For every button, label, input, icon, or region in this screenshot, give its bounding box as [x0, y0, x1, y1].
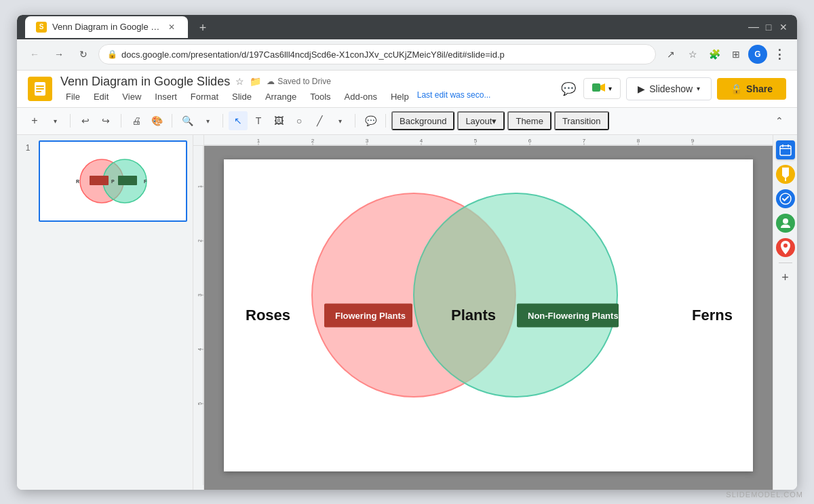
venn-labels-overlay: Roses Flowering Plants Plants Non-Flower…: [224, 159, 753, 471]
svg-text:F: F: [144, 179, 147, 184]
vertical-ruler: 1 2 3 4 5: [193, 146, 204, 490]
line-tool[interactable]: ╱: [310, 111, 329, 130]
folder-icon[interactable]: 📁: [250, 76, 261, 87]
toolbar-format-group: 🖨 🎨: [127, 111, 166, 130]
app-title: Venn Diagram in Google Slides: [60, 75, 230, 89]
address-bar: ← → ↻ 🔒 docs.google.com/presentation/d/1…: [17, 39, 797, 71]
roses-label: Roses: [246, 307, 290, 324]
svg-text:3: 3: [197, 293, 202, 296]
comment-tool[interactable]: 💬: [361, 111, 380, 130]
url-bar[interactable]: 🔒 docs.google.com/presentation/d/197Cas6…: [98, 44, 656, 64]
tasks-button[interactable]: [776, 189, 795, 208]
back-button[interactable]: ←: [25, 45, 44, 64]
bookmark-icon[interactable]: ☆: [683, 45, 702, 64]
undo-button[interactable]: ↩: [76, 111, 95, 130]
non-flowering-plants-tag[interactable]: Non-Flowering Plants: [517, 303, 619, 327]
zoom-button[interactable]: 🔍: [178, 111, 197, 130]
share-page-icon[interactable]: ↗: [661, 45, 680, 64]
toolbar-divider-1: [70, 114, 71, 128]
svg-text:9: 9: [691, 138, 695, 144]
print-button[interactable]: 🖨: [127, 111, 146, 130]
ferns-label: Ferns: [692, 307, 733, 324]
text-box-tool[interactable]: T: [249, 111, 268, 130]
transition-button[interactable]: Transition: [554, 111, 609, 130]
minimize-button[interactable]: —: [748, 22, 759, 33]
svg-rect-3: [36, 91, 41, 92]
contacts-button[interactable]: [776, 214, 795, 233]
slideshow-button[interactable]: ▶ Slideshow ▾: [626, 77, 712, 100]
menu-insert[interactable]: Insert: [149, 90, 182, 103]
forward-button[interactable]: →: [50, 45, 69, 64]
maximize-button[interactable]: □: [763, 22, 774, 33]
theme-button[interactable]: Theme: [507, 111, 551, 130]
slide-thumbnail[interactable]: R P F: [39, 140, 187, 222]
svg-rect-1: [36, 85, 44, 87]
refresh-button[interactable]: ↻: [74, 45, 93, 64]
extension-icon[interactable]: 🧩: [705, 45, 724, 64]
cloud-icon: ☁: [267, 77, 275, 86]
menu-edit[interactable]: Edit: [88, 90, 114, 103]
meet-dropdown-icon: ▾: [608, 85, 612, 92]
image-tool[interactable]: 🖼: [269, 111, 288, 130]
comments-icon[interactable]: 💬: [559, 79, 578, 98]
menu-help[interactable]: Help: [385, 90, 414, 103]
flowering-plants-tag[interactable]: Flowering Plants: [324, 303, 412, 327]
menu-addons[interactable]: Add-ons: [339, 90, 383, 103]
layout-button[interactable]: Layout▾: [457, 111, 505, 130]
svg-text:4: 4: [420, 138, 423, 144]
profile-avatar[interactable]: G: [748, 45, 767, 64]
toolbar-dropdown-icon[interactable]: ▾: [45, 111, 64, 130]
main-content: 1 R P F: [17, 135, 797, 490]
slideshow-dropdown-icon: ▾: [697, 85, 700, 92]
star-icon[interactable]: ☆: [235, 76, 244, 87]
menu-view[interactable]: View: [117, 90, 147, 103]
toolbar-divider-4: [222, 114, 223, 128]
collapse-toolbar-button[interactable]: ⌃: [770, 111, 789, 130]
more-options-icon[interactable]: ⋮: [770, 45, 789, 64]
menu-slide[interactable]: Slide: [227, 90, 257, 103]
redo-button[interactable]: ↪: [96, 111, 115, 130]
sidebar-divider: [779, 263, 792, 263]
slide-canvas-area: 1 2 3 4 5 6 7 8 9: [193, 135, 773, 490]
svg-rect-2: [36, 88, 44, 90]
slideshow-label: Slideshow: [649, 83, 693, 94]
svg-text:5: 5: [197, 402, 202, 404]
app-actions: 💬 ▾ ▶ Slideshow ▾ 🔒 Share: [559, 77, 786, 100]
toolbar-divider-3: [172, 114, 172, 128]
meet-icon: [592, 83, 606, 94]
menu-file[interactable]: File: [60, 90, 85, 103]
svg-text:5: 5: [474, 138, 478, 144]
select-tool[interactable]: ↖: [229, 111, 248, 130]
lock-icon: 🔒: [107, 50, 117, 59]
sidebar-add-button[interactable]: +: [776, 269, 795, 288]
browser-tab[interactable]: S Venn Diagram in Google Slides · ✕: [25, 16, 188, 38]
svg-text:1: 1: [197, 185, 202, 187]
menu-format[interactable]: Format: [185, 90, 224, 103]
grid-icon[interactable]: ⊞: [726, 45, 745, 64]
slide-canvas[interactable]: Roses Flowering Plants Plants Non-Flower…: [224, 159, 753, 471]
tab-favicon: S: [36, 22, 47, 33]
right-sidebar: +: [773, 135, 797, 490]
zoom-dropdown-icon[interactable]: ▾: [198, 111, 217, 130]
toolbar-zoom-group: 🔍 ▾: [178, 111, 217, 130]
maps-button[interactable]: [776, 238, 795, 257]
meet-button[interactable]: ▾: [583, 78, 621, 99]
menu-arrange[interactable]: Arrange: [260, 90, 302, 103]
paint-format-button[interactable]: 🎨: [147, 111, 166, 130]
svg-marker-5: [600, 83, 605, 92]
svg-text:3: 3: [366, 138, 369, 144]
svg-rect-8: [90, 176, 109, 185]
background-button[interactable]: Background: [391, 111, 454, 130]
close-button[interactable]: ✕: [778, 22, 789, 33]
keep-button[interactable]: [776, 165, 795, 184]
line-dropdown-icon[interactable]: ▾: [330, 111, 349, 130]
saved-status: ☁ Saved to Drive: [267, 77, 331, 86]
new-tab-button[interactable]: +: [193, 19, 212, 38]
last-edit-text[interactable]: Last edit was seco...: [417, 90, 491, 103]
menu-tools[interactable]: Tools: [305, 90, 336, 103]
add-icon[interactable]: +: [25, 111, 44, 130]
shape-tool[interactable]: ○: [290, 111, 309, 130]
tab-close-button[interactable]: ✕: [166, 22, 177, 33]
share-button[interactable]: 🔒 Share: [717, 78, 786, 100]
calendar-button[interactable]: [776, 140, 795, 159]
